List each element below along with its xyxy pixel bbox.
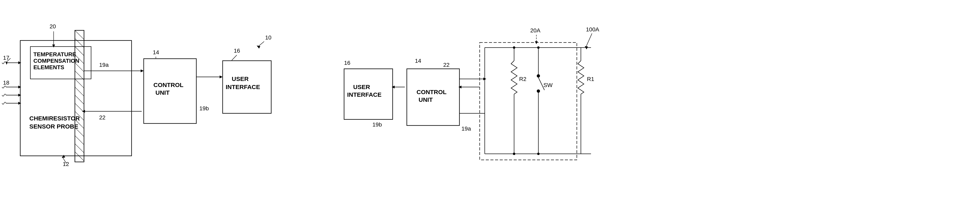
label-19b-fig1: 19b [199,105,209,111]
sensor-probe-label2: SENSOR PROBE [29,123,78,130]
svg-marker-40 [220,76,223,78]
svg-line-14 [75,136,84,145]
label-R2: R2 [519,76,527,82]
label-12: 12 [63,161,69,167]
label-18: 18 [3,79,9,86]
user-interface-label2-fig1: INTERFACE [226,84,260,90]
control-unit-label2-fig1: UNIT [156,89,170,96]
svg-line-1 [75,30,84,40]
svg-rect-48 [407,69,460,125]
svg-line-43 [258,41,264,46]
svg-line-71 [586,33,592,47]
label-22-fig1: 22 [99,114,105,121]
control-unit-label1-fig1: CONTROL [153,82,183,88]
label-SW: SW [543,82,553,88]
user-interface-label2-fig2: INTERFACE [347,91,382,98]
svg-point-73 [513,46,515,49]
svg-line-5 [75,63,84,72]
svg-marker-22 [6,62,8,65]
svg-line-7 [75,79,84,88]
label-22-fig2: 22 [443,62,450,68]
user-interface-label1-fig1: USER [232,76,249,82]
control-unit-label1-fig2: CONTROL [417,89,447,95]
label-100A: 100A [586,26,599,33]
control-unit-label2-fig2: UNIT [418,96,433,103]
svg-marker-50 [458,86,461,89]
svg-line-6 [75,71,84,80]
svg-marker-28 [18,102,21,105]
label-14-fig1: 14 [153,49,159,56]
label-19a-fig1: 19a [99,62,109,68]
svg-line-16 [75,152,84,161]
svg-point-74 [537,46,539,49]
label-19a-fig2: 19a [461,125,471,132]
svg-rect-51 [480,43,577,160]
svg-marker-34 [82,110,85,113]
svg-point-57 [537,74,540,78]
label-10: 10 [265,35,271,41]
user-interface-label1-fig2: USER [353,84,370,90]
sensor-probe-label1: CHEMIRESISTOR [29,115,80,122]
svg-marker-32 [141,70,144,72]
label-16-fig2: 16 [344,60,350,66]
svg-marker-36 [62,155,65,158]
svg-line-3 [75,46,84,56]
temp-comp-label3: ELEMENTS [33,64,64,70]
label-16-fig1: 16 [234,48,240,54]
svg-line-2 [75,38,84,48]
svg-marker-30 [52,44,55,48]
svg-line-9 [75,95,84,104]
svg-rect-37 [144,59,196,124]
diagram-container: TEMPERATURE COMPENSATION ELEMENTS CHEMIR… [0,0,980,203]
label-14-fig2: 14 [415,58,421,64]
temp-comp-label1: TEMPERATURE [33,51,76,57]
svg-marker-47 [391,86,395,89]
label-19b-fig2: 19b [372,121,382,128]
svg-line-15 [75,144,84,153]
svg-marker-20 [18,61,21,64]
svg-point-58 [537,89,540,93]
svg-point-75 [513,152,515,155]
svg-line-10 [75,103,84,112]
svg-line-42 [232,55,237,60]
svg-marker-24 [18,86,21,89]
svg-line-8 [75,87,84,96]
svg-rect-0 [75,30,84,162]
label-20: 20 [49,23,56,30]
label-20A: 20A [530,27,540,33]
svg-point-76 [537,152,539,155]
svg-marker-26 [18,94,21,97]
label-R1: R1 [587,76,594,82]
svg-marker-44 [257,46,260,49]
temp-comp-label2: COMPENSATION [33,58,80,64]
